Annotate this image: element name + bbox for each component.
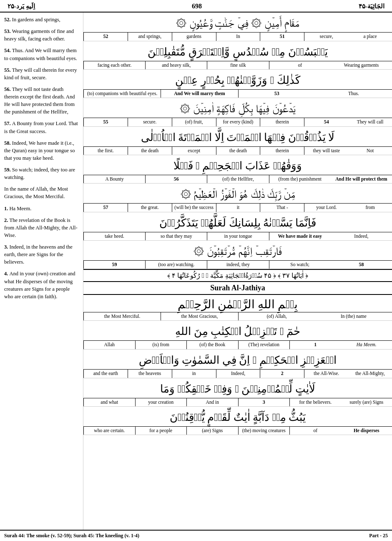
arabic-text: فَارۡتَقِبۡ اِنَّهُمۡ مُّرۡتَقِبُوۡنَ ۞: [83, 241, 392, 260]
translation-cell: 53: [238, 90, 315, 98]
translation-cell: We have made it easy: [269, 232, 331, 240]
translation-cell: And in: [186, 398, 238, 407]
basmala-translation-cell: the Most Gracious,: [161, 312, 238, 320]
sidebar-verse-entry: 1. Ha Meem.: [4, 205, 79, 212]
translation-row: and the earththe heavensinIndeed,2the Al…: [83, 369, 392, 378]
verse-number: 59.: [4, 167, 12, 173]
quran-section: وَوَقٰهُمۡ عَذَابَ الۡجَحِيۡمِ ۞ فَضۡلًا…: [83, 155, 392, 184]
translation-cell: Thus.: [315, 90, 392, 98]
translation-cell: surely (are) Signs: [341, 398, 392, 407]
translation-row: 52and springs,gardensIn51secure,a place: [83, 32, 392, 41]
translation-cell: gardens: [172, 33, 216, 41]
verse-number: 55.: [4, 67, 12, 73]
verse-number: 58.: [4, 140, 12, 146]
translation-cell: 56: [145, 175, 207, 184]
basmala-translation-cell: the Most Merciful.: [83, 312, 161, 320]
translation-cell: secure,: [304, 33, 348, 41]
basmala-translation-cell: In (the) name: [315, 312, 392, 320]
translation-cell: Wearing garments: [331, 61, 392, 69]
translation-cell: (The) revelation: [238, 341, 290, 349]
arabic-text: حٰمٓ ۞ تَنۡزِيۡلُ الۡكِتٰبِ مِنَ اللهِ: [83, 321, 392, 340]
verse-number: 1.: [4, 206, 10, 211]
translation-cell: Indeed,: [331, 232, 392, 240]
footer-right: Part - 25: [369, 533, 388, 539]
verse-translation-text: In gardens and springs,: [12, 17, 60, 23]
quran-section: حٰمٓ ۞ تَنۡزِيۡلُ الۡكِتٰبِ مِنَ اللهِAl…: [83, 321, 392, 350]
verse-translation-text: Ha Meem.: [10, 206, 32, 211]
translation-cell: A Bounty: [83, 175, 145, 184]
translation-cell: fine silk: [207, 61, 269, 69]
header-left: الجَاثِيَة-۴۵: [359, 3, 384, 10]
translation-cell: That -: [260, 204, 304, 212]
translation-cell: your creation: [135, 398, 187, 407]
arabic-text: وَوَقٰهُمۡ عَذَابَ الۡجَحِيۡمِ ۞ فَضۡلًا: [83, 155, 392, 175]
page-header: اِلَيهِ يَرد-۲۵ 698 الجَاثِيَة-۴۵: [0, 0, 392, 13]
translation-cell: (from the) punishment: [269, 175, 331, 184]
translation-cell: (of) fruit,: [172, 118, 216, 126]
translation-cell: They will call: [348, 118, 392, 126]
translation-cell: 51: [260, 33, 304, 41]
translation-cell: the All-Wise.: [304, 370, 348, 378]
translation-cell: secure.: [128, 118, 172, 126]
sidebar-verse-entry: 3. Indeed, in the heavens and the earth,…: [4, 243, 79, 266]
sidebar-verse-entry: 56. They will not taste death therein ex…: [4, 86, 79, 116]
translation-cell: the first.: [83, 147, 128, 155]
basmala-translation-cell: (of) Allah,: [238, 312, 315, 320]
quran-section: يَلۡبَسُوۡنَ مِنۡ سُنۡدُسٍ وَّاِسۡتَبۡرَ…: [83, 41, 392, 70]
basmala-section: بِسۡمِ اللهِ الرَّحۡمٰنِ الرَّحِيۡمِthe …: [83, 295, 392, 321]
arabic-text: فَاِنَّمَا يَسَّرۡنٰهُ بِلِسَانِكَ لَعَل…: [83, 212, 392, 232]
translation-row: take heed.so that they mayin your tongue…: [83, 232, 392, 240]
translation-cell: of: [269, 61, 331, 69]
translation-cell: (is) from: [135, 341, 187, 349]
translation-cell: and the earth: [83, 370, 128, 378]
translation-cell: 2: [260, 370, 304, 378]
verse-translation-text: Wearing garments of fine and heavy silk,…: [4, 28, 74, 42]
basmala-translation-row: the Most Merciful.the Most Gracious,(of)…: [83, 312, 392, 320]
translation-cell: (the) moving creatures: [238, 427, 290, 435]
verse-number: 4.: [4, 271, 10, 277]
verse-number: 2.: [4, 217, 10, 223]
translation-cell: and what: [83, 398, 135, 407]
quran-section: لَا يَذُوۡقُوۡنَ فِيۡهَا الۡمَوۡتَ اِلَّ…: [83, 127, 392, 155]
verse-translation-text: They will not taste death therein except…: [4, 86, 75, 115]
translation-cell: the death: [216, 147, 260, 155]
sidebar-verse-entry: In the name of Allah, the Most Gracious,…: [4, 185, 79, 200]
arabic-text: الۡعَزِيۡزِ الۡحَكِيۡمِ ۞ اِنَّ فِي السَ…: [83, 350, 392, 369]
sidebar-verse-entry: 53. Wearing garments of fine and heavy s…: [4, 28, 79, 43]
surah-title: Surah Al-Jathiya: [83, 282, 392, 295]
translation-cell: 1: [289, 341, 341, 349]
arabic-text: مِّنۡ رَّبِّكَ ذٰلِكَ هُوَ الۡفَوۡزُ الۡ…: [83, 184, 392, 203]
translation-cell: 58: [331, 261, 392, 269]
verse-translation-text: In the name of Allah, the Most Gracious,…: [4, 186, 68, 199]
translation-cell: He disperses: [341, 427, 392, 435]
translation-cell: 55: [83, 118, 128, 126]
quran-section: مِّنۡ رَّبِّكَ ذٰلِكَ هُوَ الۡفَوۡزُ الۡ…: [83, 184, 392, 212]
translation-cell: from: [348, 204, 392, 212]
verse-translation-text: Indeed, in the heavens and the earth, th…: [4, 244, 73, 265]
translation-cell: Ha Meem.: [341, 341, 392, 349]
translation-row: the first.the deathexceptthe deaththerei…: [83, 146, 392, 155]
verse-translation-text: The revelation of the Book is from Allah…: [4, 217, 78, 238]
arabic-text: لَاٰيٰتٍ لِّلۡمُؤۡمِنِيۡنَ ۞ وَفِيۡ خَلۡ…: [83, 378, 392, 398]
translation-cell: indeed, they: [207, 261, 269, 269]
quran-section: لَاٰيٰتٍ لِّلۡمُؤۡمِنِيۡنَ ۞ وَفِيۡ خَلۡ…: [83, 378, 392, 407]
translation-cell: (to) companions with beautiful eyes.: [83, 90, 161, 98]
arabic-area: مَقَامٍ أَمِيۡنٍ ۞ فِيۡ جَنّٰتٍ وَّعُيُو…: [83, 13, 392, 530]
translation-cell: So watch;: [269, 261, 331, 269]
translation-cell: And We will marry them: [161, 90, 238, 98]
bismillah-arabic: بِسۡمِ اللهِ الرَّحۡمٰنِ الرَّحِيۡمِ: [83, 295, 392, 312]
verse-translation-text: Indeed, We have made it (i.e., the Quran…: [4, 140, 75, 161]
translation-cell: (too are) watching.: [145, 261, 207, 269]
page-footer: Surah 44: The smoke (v. 52-59); Surah 45…: [0, 530, 392, 541]
translation-cell: 59: [83, 261, 145, 269]
translation-cell: the heavens: [128, 370, 172, 378]
translation-row: 57the great.(will be) the successitThat …: [83, 203, 392, 212]
verse-translation-text: A Bounty from your Lord. That is the Gre…: [4, 121, 78, 134]
quran-section: كَذٰلِكَ ۞ وَزَوَّجۡنٰهُمۡ بِحُوۡرٍ عِيۡ…: [83, 70, 392, 98]
arabic-text: يَلۡبَسُوۡنَ مِنۡ سُنۡدُسٍ وَّاِسۡتَبۡرَ…: [83, 41, 392, 61]
sidebar-verse-entry: 2. The revelation of the Book is from Al…: [4, 216, 79, 239]
translation-cell: of: [289, 427, 341, 435]
header-right: اِلَيهِ يَرد-۲۵: [8, 3, 35, 10]
translation-cell: therein: [260, 147, 304, 155]
page-container: اِلَيهِ يَرد-۲۵ 698 الجَاثِيَة-۴۵ 52. In…: [0, 0, 392, 541]
